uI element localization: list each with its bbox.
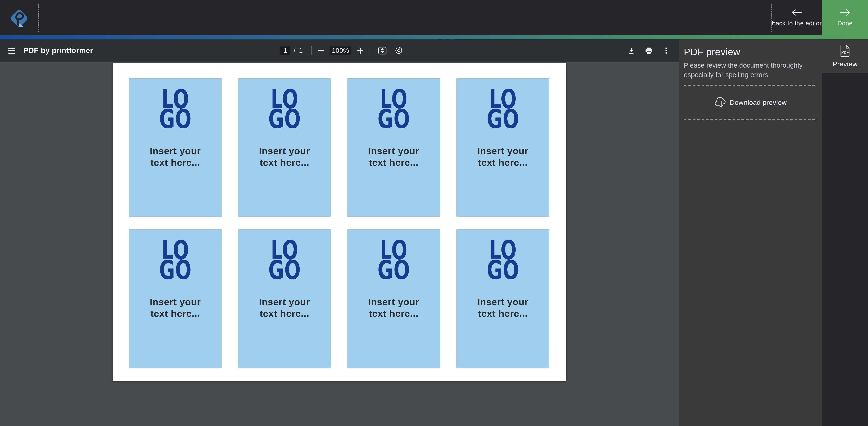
- logo-placeholder: LO GO: [347, 78, 440, 129]
- svg-text:GO: GO: [159, 255, 192, 280]
- label-card: LO GO Insert your text here...: [347, 229, 440, 368]
- arrow-right-icon: [839, 8, 851, 17]
- pdf-file-icon: PDF: [839, 44, 851, 57]
- card-placeholder-text: Insert your text here...: [250, 145, 319, 168]
- printformer-logo[interactable]: [0, 0, 38, 35]
- svg-text:GO: GO: [268, 104, 301, 129]
- app-window: { "topbar": { "back_label": "back to the…: [0, 0, 868, 426]
- card-placeholder-text: Insert your text here...: [469, 145, 537, 168]
- zoom-in-button[interactable]: [356, 47, 364, 54]
- logo-placeholder: LO GO: [238, 78, 331, 129]
- download-preview-label: Download preview: [730, 99, 787, 106]
- printformer-logo-icon: [7, 6, 31, 30]
- zoom-out-icon: [318, 50, 324, 51]
- card-placeholder-text: Insert your text here...: [360, 145, 428, 168]
- page-total: 1: [299, 47, 303, 54]
- card-placeholder-text: Insert your text here...: [360, 296, 428, 320]
- logo-placeholder: LO GO: [456, 78, 550, 129]
- pdf-toolbar: PDF by printformer / 1 100%: [0, 39, 679, 62]
- download-icon: [628, 47, 635, 54]
- top-app-bar: back to the editor Done: [0, 0, 868, 35]
- cloud-download-icon: [714, 97, 728, 108]
- toolbar-divider: [370, 46, 370, 55]
- panel-description: Please review the document thoroughly, e…: [684, 61, 817, 79]
- label-card: LO GO Insert your text here...: [347, 78, 440, 217]
- menu-icon: [8, 48, 15, 49]
- card-placeholder-text: Insert your text here...: [141, 145, 210, 168]
- progress-gradient-bar: [0, 35, 868, 39]
- done-button[interactable]: Done: [822, 0, 868, 35]
- logo-placeholder: LO GO: [347, 229, 440, 280]
- toolbar-divider: [311, 46, 312, 55]
- more-options-button[interactable]: [662, 46, 670, 55]
- document-title: PDF by printformer: [23, 39, 93, 62]
- fit-to-page-button[interactable]: [378, 46, 386, 55]
- toolbar-right-controls: [627, 39, 670, 62]
- svg-text:GO: GO: [487, 255, 519, 280]
- rail-empty-area: [822, 73, 868, 426]
- rotate-button[interactable]: [395, 46, 403, 55]
- print-icon: [645, 47, 653, 54]
- dashed-divider: [684, 119, 817, 120]
- rail-item-preview[interactable]: PDF Preview: [822, 39, 868, 73]
- card-placeholder-text: Insert your text here...: [469, 296, 537, 320]
- zoom-level[interactable]: 100%: [330, 46, 351, 55]
- print-button[interactable]: [645, 46, 653, 55]
- svg-text:GO: GO: [378, 104, 410, 129]
- fit-to-page-icon: [378, 46, 386, 55]
- zoom-out-button[interactable]: [317, 47, 324, 54]
- pdf-canvas: LO GO Insert your text here... LO GO Ins…: [0, 62, 679, 426]
- page-separator: /: [293, 47, 296, 54]
- pdf-preview-panel: PDF preview Please review the document t…: [679, 39, 822, 426]
- rotate-ccw-icon: [395, 46, 403, 55]
- logo-placeholder: LO GO: [238, 229, 331, 280]
- preview-rail: PDF Preview: [822, 39, 868, 426]
- label-card: LO GO Insert your text here...: [238, 229, 331, 368]
- done-label: Done: [837, 20, 853, 27]
- pdf-viewer: PDF by printformer / 1 100%: [0, 39, 679, 426]
- arrow-left-icon: [791, 8, 803, 17]
- back-to-editor-button[interactable]: back to the editor: [772, 0, 822, 35]
- zoom-in-icon: [360, 47, 361, 54]
- more-vertical-icon: [662, 47, 670, 54]
- topbar-spacer: [39, 0, 771, 35]
- download-button[interactable]: [627, 46, 636, 55]
- card-placeholder-text: Insert your text here...: [141, 296, 210, 320]
- label-card: LO GO Insert your text here...: [238, 78, 331, 217]
- download-preview-button[interactable]: Download preview: [684, 86, 817, 119]
- menu-button[interactable]: [8, 46, 15, 55]
- logo-placeholder: LO GO: [129, 78, 222, 129]
- label-card: LO GO Insert your text here...: [129, 78, 222, 217]
- page-number-input[interactable]: [280, 46, 290, 55]
- svg-text:GO: GO: [487, 104, 519, 129]
- svg-text:PDF: PDF: [841, 50, 849, 55]
- pdf-page: LO GO Insert your text here... LO GO Ins…: [113, 63, 566, 381]
- label-card: LO GO Insert your text here...: [456, 229, 550, 368]
- svg-text:GO: GO: [268, 255, 301, 280]
- label-card: LO GO Insert your text here...: [456, 78, 550, 217]
- svg-text:GO: GO: [159, 104, 192, 129]
- panel-title: PDF preview: [684, 46, 817, 57]
- rail-preview-label: Preview: [833, 60, 858, 68]
- back-to-editor-label: back to the editor: [772, 20, 822, 27]
- logo-placeholder: LO GO: [456, 229, 550, 280]
- toolbar-center-controls: / 1 100%: [280, 39, 403, 62]
- card-placeholder-text: Insert your text here...: [250, 296, 319, 320]
- logo-placeholder: LO GO: [129, 229, 222, 280]
- svg-text:GO: GO: [378, 255, 410, 280]
- label-card: LO GO Insert your text here...: [129, 229, 222, 368]
